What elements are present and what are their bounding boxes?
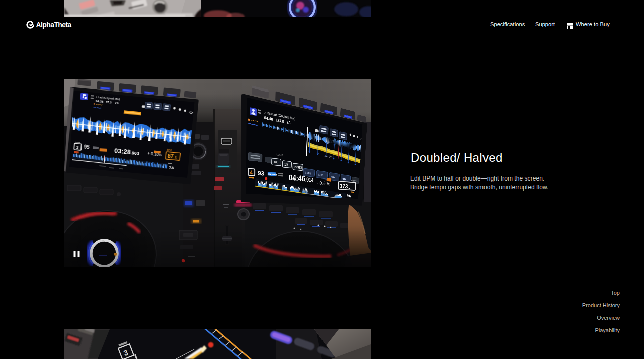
svg-text:BPM: BPM [351,179,355,182]
svg-text:◀▮▶: ◀▮▶ [331,175,335,179]
svg-text:3: 3 [76,145,79,150]
svg-text:1/2: 1/2 [274,161,278,165]
svg-text:BPM: BPM [167,149,172,152]
svg-text:9A: 9A [347,193,351,198]
svg-text:☰×2: ☰×2 [318,173,323,177]
svg-text:4: 4 [250,169,253,175]
svg-text:1/2: 1/2 [284,163,288,166]
svg-text:7A: 7A [169,166,174,171]
svg-text:◀▮▶: ◀▮▶ [342,177,346,181]
svg-text:93: 93 [258,170,264,177]
svg-text:95: 95 [84,144,90,150]
